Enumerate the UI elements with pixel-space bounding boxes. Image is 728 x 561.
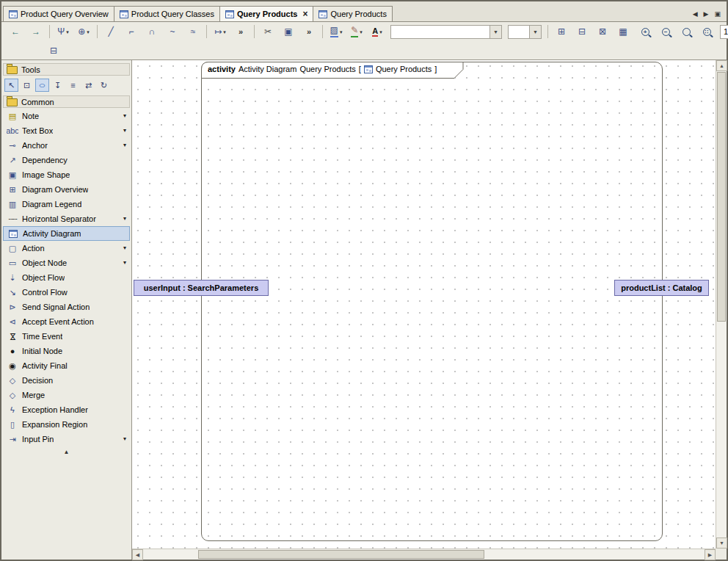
table-add-button[interactable]: ⊞ <box>552 23 571 40</box>
palette-item-time-event[interactable]: ⋈Time Event <box>3 329 130 344</box>
chevron-down-icon[interactable]: ▾ <box>123 260 126 266</box>
zoom-combo[interactable]: 100%▼ <box>720 25 728 39</box>
palette-item-object-node[interactable]: ▭Object Node▾ <box>3 256 130 270</box>
zoom-fit-button[interactable] <box>677 23 696 40</box>
scroll-tabs-left-button[interactable]: ◀ <box>693 11 698 18</box>
align-tool-button[interactable]: ≡ <box>66 79 80 92</box>
zoom-in-button[interactable]: + <box>636 23 655 40</box>
oval-shape-tool-button[interactable]: ○ <box>35 79 49 92</box>
table-add-row-button[interactable]: ⊟ <box>572 23 592 40</box>
palette-item-dependency[interactable]: ↗Dependency <box>3 153 130 167</box>
line-color-button[interactable]: ✎▾ <box>347 23 366 40</box>
zoom-out-button[interactable]: − <box>656 23 675 40</box>
palette-item-input-pin[interactable]: ⇥Input Pin▾ <box>3 432 130 446</box>
palette-item-activity-diagram[interactable]: Activity Diagram <box>3 226 130 241</box>
diagram-canvas-area: activity Activity Diagram Query Products… <box>132 60 727 560</box>
tab-0-product-query-overview[interactable]: Product Query Overview <box>3 6 114 21</box>
tab-3-query-products[interactable]: Query Products <box>313 6 392 21</box>
palette-item-object-flow[interactable]: ⇣Object Flow <box>3 270 130 285</box>
palette-item-horizontal-separator[interactable]: ╌╌Horizontal Separator▾ <box>3 211 130 226</box>
palette-item-diagram-overview[interactable]: ⊞Diagram Overview <box>3 182 130 197</box>
forward-button[interactable]: → <box>26 23 46 40</box>
palette-item-control-flow[interactable]: ↘Control Flow <box>3 285 130 300</box>
rounded-path-button[interactable]: ∩ <box>142 23 161 40</box>
palette-section-common[interactable]: Common <box>3 95 130 108</box>
object-node-userinput[interactable]: userInput : SearchParameters <box>134 280 269 296</box>
oblique-path-button[interactable]: ╱ <box>101 23 120 40</box>
palette-item-activity-final[interactable]: ◉Activity Final <box>3 358 130 373</box>
palette-item-action[interactable]: ▢Action▾ <box>3 241 130 256</box>
palette-item-icon-holder: ▯ <box>7 421 18 429</box>
bezier-path-icon: ~ <box>170 27 175 36</box>
table-add-row-icon: ⊟ <box>578 27 586 36</box>
fill-color-button[interactable]: ▨▾ <box>327 23 346 40</box>
shape-style-combo[interactable]: ▼ <box>390 25 502 39</box>
palette-item-initial-node[interactable]: ●Initial Node <box>3 344 130 358</box>
tab-1-product-query-classes[interactable]: Product Query Classes <box>114 6 220 21</box>
main-area: Tools ↖⊡○↧≡⇄↻ Common ▤Note▾abcText Box▾⊸… <box>1 59 727 560</box>
palette-item-merge[interactable]: ◇Merge <box>3 388 130 402</box>
palette-item-note[interactable]: ▤Note▾ <box>3 109 130 123</box>
horizontal-scrollbar[interactable]: ◀ ▶ <box>132 549 716 560</box>
palette-item-text-box[interactable]: abcText Box▾ <box>3 123 130 138</box>
chevron-down-icon[interactable]: ▾ <box>123 113 126 119</box>
zigzag-path-button[interactable]: ≈ <box>183 23 203 40</box>
scroll-right-button[interactable]: ▶ <box>705 549 716 560</box>
tab-2-query-products[interactable]: Query Products× <box>219 6 314 21</box>
font-color-button[interactable]: A▾ <box>368 23 387 40</box>
cascade-windows-button[interactable]: ▦ <box>614 23 633 40</box>
combo-arrow-icon[interactable]: ▼ <box>489 26 501 38</box>
zoom-region-button[interactable]: ∷ <box>697 23 716 40</box>
scroll-down-button[interactable]: ▼ <box>716 538 727 549</box>
vertical-scrollbar-thumb[interactable] <box>717 72 726 322</box>
tree-browser-button[interactable]: ⊟ <box>44 43 63 59</box>
combo-arrow-icon[interactable]: ▼ <box>529 26 541 38</box>
group-select-tool-button[interactable]: ⊡ <box>20 79 34 92</box>
rectilinear-path-button[interactable]: ⌐ <box>122 23 141 40</box>
bezier-path-button[interactable]: ~ <box>163 23 182 40</box>
palette-item-image-shape[interactable]: ▣Image Shape <box>3 167 130 182</box>
palette-item-anchor[interactable]: ⊸Anchor▾ <box>3 138 130 153</box>
toolbar-overflow-button[interactable]: » <box>299 23 318 40</box>
chevron-down-icon[interactable]: ▾ <box>123 216 126 222</box>
related-elements-button[interactable]: ⊕▾ <box>74 23 93 40</box>
chevron-down-icon[interactable]: ▾ <box>123 436 126 442</box>
palette-item-decision[interactable]: ◇Decision <box>3 373 130 388</box>
table-add-column-button[interactable]: ⊠ <box>593 23 612 40</box>
horizontal-separator-icon: ╌╌ <box>8 215 16 223</box>
vertical-scrollbar[interactable]: ▲ ▼ <box>716 60 727 549</box>
close-icon[interactable]: × <box>302 10 307 18</box>
refactor-tool-button[interactable]: ↻ <box>97 79 111 92</box>
palette-item-exception-handler[interactable]: ϟException Handler <box>3 402 130 417</box>
tree-layout-button[interactable]: Ψ▾ <box>54 23 73 40</box>
maximize-window-button[interactable]: ▣ <box>714 11 721 18</box>
diagram-frame-header[interactable]: activity Activity Diagram Query Products… <box>201 62 464 79</box>
palette-section-tools[interactable]: Tools <box>3 63 130 76</box>
path-options-button[interactable]: ↦▾ <box>211 23 230 40</box>
activity-diagram-frame[interactable]: activity Activity Diagram Query Products… <box>201 62 663 541</box>
toolbar-overflow-icon: » <box>307 28 311 36</box>
paste-button[interactable]: ▣ <box>279 23 298 40</box>
select-tool-button[interactable]: ↖ <box>4 79 18 92</box>
palette-item-expansion-region[interactable]: ▯Expansion Region <box>3 417 130 432</box>
palette-item-list: ▤Note▾abcText Box▾⊸Anchor▾↗Dependency▣Im… <box>1 109 131 446</box>
pin-tool-button[interactable]: ↧ <box>51 79 65 92</box>
palette-item-accept-event-action[interactable]: ⊲Accept Event Action <box>3 314 130 329</box>
chevron-down-icon[interactable]: ▾ <box>123 142 126 148</box>
palette-item-send-signal-action[interactable]: ⊳Send Signal Action <box>3 300 130 314</box>
cut-button[interactable]: ✂ <box>258 23 277 40</box>
scroll-left-button[interactable]: ◀ <box>132 549 143 560</box>
scroll-tabs-right-button[interactable]: ▶ <box>704 11 709 18</box>
font-size-combo[interactable]: ▼ <box>508 25 542 39</box>
palette-item-diagram-legend[interactable]: ▥Diagram Legend <box>3 197 130 211</box>
toolbar-overflow-button[interactable]: » <box>231 23 250 40</box>
resize-tool-button[interactable]: ⇄ <box>81 79 95 92</box>
scroll-up-button[interactable]: ▲ <box>716 60 727 71</box>
chevron-down-icon[interactable]: ▾ <box>123 128 126 134</box>
back-button[interactable]: ← <box>6 23 25 40</box>
object-node-productlist[interactable]: productList : Catalog <box>614 280 709 296</box>
diagram-viewport[interactable]: activity Activity Diagram Query Products… <box>132 60 716 549</box>
palette-scroll-up-button[interactable]: ▲ <box>1 446 131 457</box>
chevron-down-icon[interactable]: ▾ <box>123 245 126 251</box>
horizontal-scrollbar-thumb[interactable] <box>198 550 484 559</box>
